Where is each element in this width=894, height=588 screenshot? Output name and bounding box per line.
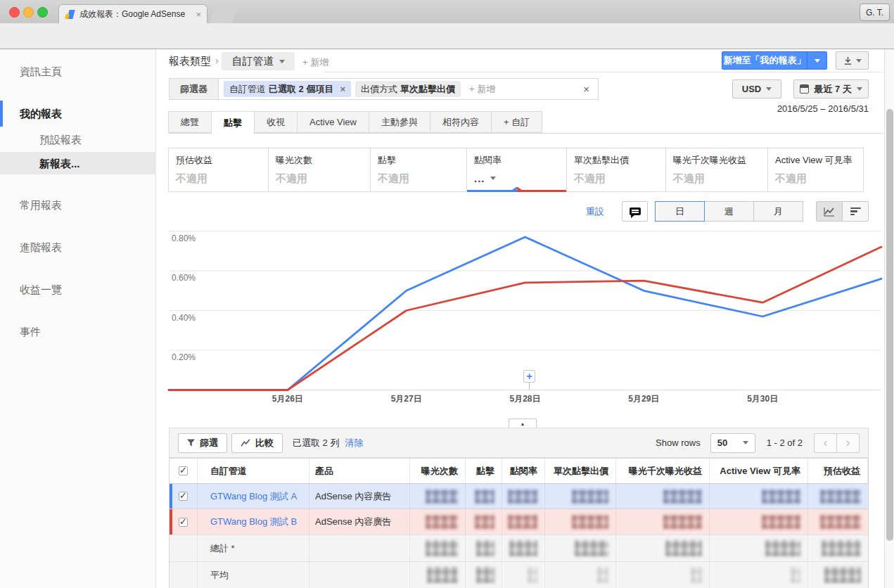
filter-bar: 篩選器 自訂管道 已選取 2 個項目 × 出價方式 單次點擊出價 + 新增 × bbox=[169, 78, 599, 100]
compare-chart-icon bbox=[241, 439, 250, 447]
browser-toolbar: ← → ⟳ https://www.google.com/adsense/app… bbox=[0, 23, 894, 49]
col-header-ctr[interactable]: 點閱率 bbox=[502, 459, 545, 483]
clear-selection-link[interactable]: 清除 bbox=[345, 437, 363, 449]
tab-overview[interactable]: 總覽 bbox=[168, 111, 212, 133]
metric-card-estimated-earnings[interactable]: 預估收益 不適用 bbox=[168, 148, 269, 192]
chart-type-bars-button[interactable] bbox=[842, 201, 869, 222]
tab-custom[interactable]: + 自訂 bbox=[491, 111, 542, 133]
remove-filter-icon[interactable]: × bbox=[340, 84, 345, 94]
currency-label: USD bbox=[742, 84, 761, 94]
sidebar-item-new-report[interactable]: 新報表... bbox=[39, 158, 80, 171]
save-to-my-reports-label: 新增至「我的報表」 bbox=[722, 52, 807, 69]
tab-views[interactable]: 收視 bbox=[254, 111, 298, 133]
blurred-value bbox=[426, 515, 458, 529]
channel-link[interactable]: GTWang Blog 測試 A bbox=[210, 490, 297, 503]
annotations-button[interactable] bbox=[622, 201, 648, 222]
metric-title: 點擊 bbox=[378, 154, 459, 167]
currency-dropdown[interactable]: USD bbox=[732, 79, 781, 98]
tab-matched-content[interactable]: 相符內容 bbox=[430, 111, 492, 133]
table-row[interactable]: GTWang Blog 測試 B AdSense 內容廣告 bbox=[170, 509, 868, 535]
bar-chart-icon bbox=[850, 205, 861, 217]
collapse-table-button[interactable]: ▲ bbox=[509, 418, 537, 428]
granularity-month-button[interactable]: 月 bbox=[753, 201, 803, 222]
report-type-dropdown[interactable]: 自訂管道 bbox=[222, 52, 295, 70]
filter-chip-bid-type[interactable]: 出價方式 單次點擊出價 bbox=[355, 81, 461, 97]
col-header-earnings[interactable]: 預估收益 bbox=[808, 459, 868, 483]
clear-filters-icon[interactable]: × bbox=[583, 83, 589, 95]
download-button[interactable] bbox=[836, 51, 869, 70]
col-header-clicks[interactable]: 點擊 bbox=[466, 459, 502, 483]
tab-engagement[interactable]: 主動參與 bbox=[369, 111, 430, 133]
filter-chip-name: 出價方式 bbox=[361, 83, 397, 96]
page-scrollbar[interactable] bbox=[884, 49, 894, 588]
chart-type-line-button[interactable] bbox=[816, 201, 843, 222]
window-close-button[interactable] bbox=[9, 7, 20, 18]
table-compare-button[interactable]: 比較 bbox=[231, 433, 283, 453]
granularity-day-button[interactable]: 日 bbox=[655, 201, 705, 222]
add-annotation-button[interactable]: + bbox=[523, 370, 535, 383]
sidebar-item-dashboard[interactable]: 資訊主頁 bbox=[20, 65, 62, 79]
breadcrumb: 報表類型 bbox=[169, 55, 211, 68]
metric-card-ctr-selected[interactable]: 點閱率 ... bbox=[466, 148, 567, 192]
col-header-product[interactable]: 產品 bbox=[309, 459, 410, 483]
scrollbar-thumb[interactable] bbox=[886, 109, 893, 541]
annotation-stem bbox=[529, 383, 530, 390]
previous-page-button[interactable]: ‹ bbox=[814, 433, 837, 453]
date-range-dropdown[interactable]: 最近 7 天 bbox=[793, 79, 869, 98]
new-tab-button[interactable] bbox=[210, 9, 236, 23]
sidebar-item-advanced-reports[interactable]: 進階報表 bbox=[20, 241, 62, 255]
row-checkbox[interactable] bbox=[179, 492, 188, 501]
blurred-value bbox=[762, 515, 800, 529]
speech-bubble-icon bbox=[630, 207, 641, 215]
reset-link[interactable]: 重設 bbox=[586, 205, 604, 218]
chevron-down-icon[interactable] bbox=[490, 177, 496, 180]
filter-bar-label: 篩選器 bbox=[170, 79, 219, 99]
granularity-week-button[interactable]: 週 bbox=[704, 201, 754, 222]
sidebar-item-events[interactable]: 事件 bbox=[20, 326, 41, 339]
next-page-button[interactable]: › bbox=[836, 433, 860, 453]
blurred-value bbox=[426, 540, 458, 556]
metric-card-impressions[interactable]: 曝光次數 不適用 bbox=[268, 148, 371, 192]
sidebar-item-common-reports[interactable]: 常用報表 bbox=[20, 199, 62, 212]
col-header-rpm[interactable]: 曝光千次曝光收益 bbox=[616, 459, 710, 483]
tab-clicks[interactable]: 點擊 bbox=[211, 111, 255, 134]
save-to-my-reports-button[interactable]: 新增至「我的報表」 bbox=[722, 51, 827, 70]
add-filter-link[interactable]: + 新增 bbox=[469, 83, 495, 96]
metric-card-cpc[interactable]: 單次點擊出價 不適用 bbox=[566, 148, 666, 192]
profile-button[interactable]: G. T. bbox=[860, 4, 890, 21]
table-total-row: 總計 * bbox=[170, 535, 868, 562]
sidebar-item-default-reports[interactable]: 預設報表 bbox=[39, 134, 82, 147]
metric-card-rpm[interactable]: 曝光千次曝光收益 不適用 bbox=[665, 148, 768, 192]
tab-close-icon[interactable]: × bbox=[196, 9, 201, 20]
col-header-cpc[interactable]: 單次點擊出價 bbox=[545, 459, 616, 483]
add-report-type-link[interactable]: + 新增 bbox=[302, 56, 328, 69]
rows-per-page-dropdown[interactable]: 50 bbox=[710, 433, 755, 453]
save-dropdown-arrow[interactable] bbox=[807, 52, 826, 69]
window-minimize-button[interactable] bbox=[23, 7, 34, 18]
sidebar-item-earnings-overview[interactable]: 收益一覽 bbox=[20, 283, 62, 297]
data-table: 自訂管道 產品 曝光次數 點擊 點閱率 單次點擊出價 曝光千次曝光收益 Acti… bbox=[169, 458, 869, 588]
sidebar-item-my-reports[interactable]: 我的報表 bbox=[20, 108, 62, 121]
window-fullscreen-button[interactable] bbox=[37, 7, 48, 18]
channel-link[interactable]: GTWang Blog 測試 B bbox=[210, 516, 297, 528]
blurred-value bbox=[663, 490, 702, 504]
show-rows-label: Show rows bbox=[656, 437, 701, 448]
table-filter-button[interactable]: 篩選 bbox=[178, 433, 227, 453]
select-all-checkbox[interactable] bbox=[179, 466, 188, 475]
col-header-impressions[interactable]: 曝光次數 bbox=[410, 459, 466, 483]
filter-chip-value: 單次點擊出價 bbox=[400, 83, 455, 96]
table-row[interactable]: GTWang Blog 測試 A AdSense 內容廣告 bbox=[170, 484, 868, 509]
download-icon bbox=[843, 56, 853, 65]
tab-title: 成效報表：Google AdSense bbox=[79, 8, 193, 20]
browser-tab[interactable]: 成效報表：Google AdSense × bbox=[58, 4, 207, 23]
filter-chip-custom-channels[interactable]: 自訂管道 已選取 2 個項目 × bbox=[224, 81, 351, 97]
col-header-custom-channel[interactable]: 自訂管道 bbox=[198, 459, 309, 483]
col-header-active-view[interactable]: Active View 可見率 bbox=[710, 459, 808, 483]
metric-value: 不適用 bbox=[574, 172, 658, 186]
line-chart[interactable]: + 0.20%0.40%0.60%0.80% bbox=[169, 229, 881, 391]
metric-card-active-view[interactable]: Active View 可見率 不適用 bbox=[767, 148, 864, 192]
metric-card-clicks[interactable]: 點擊 不適用 bbox=[370, 148, 467, 192]
average-label: 平均 bbox=[210, 569, 229, 582]
tab-active-view[interactable]: Active View bbox=[297, 111, 369, 133]
row-checkbox[interactable] bbox=[179, 518, 188, 527]
